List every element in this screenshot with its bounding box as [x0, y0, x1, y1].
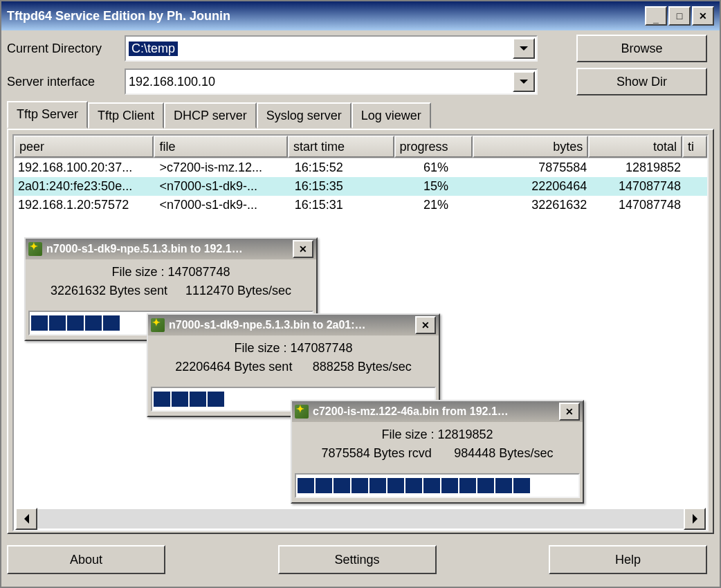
col-peer[interactable]: peer [14, 136, 154, 158]
tab-panel: peer file start time progress bytes tota… [7, 129, 714, 534]
chevron-down-icon[interactable] [513, 71, 535, 92]
settings-button[interactable]: Settings [278, 545, 437, 574]
transfer-title-text: c7200-is-mz.122-46a.bin from 192.1… [313, 405, 559, 418]
transfer-filesize: File size : 12819852 [299, 428, 576, 442]
show-dir-button[interactable]: Show Dir [576, 68, 707, 95]
progress-bar [295, 473, 580, 498]
transfer-rate-stat: 1112470 Bytes/sec [185, 284, 291, 298]
progress-block [85, 315, 102, 331]
transfer-bytes-stat: 22206464 Bytes sent [175, 360, 292, 374]
tab-dhcp-server[interactable]: DHCP server [164, 102, 257, 129]
progress-block [334, 478, 350, 493]
cell-progress: 61% [397, 159, 475, 176]
progress-block [67, 315, 84, 331]
cell-start: 16:15:52 [291, 159, 397, 176]
cell-total: 147087748 [591, 178, 685, 195]
progress-block [352, 478, 368, 493]
window-title: Tftpd64 Service Edition by Ph. Jounin [7, 9, 645, 24]
progress-block [190, 392, 206, 407]
cell-progress: 15% [397, 178, 475, 195]
progress-block [459, 478, 476, 493]
tab-tftp-server[interactable]: Tftp Server [7, 101, 88, 129]
cell-peer: 192.168.100.20:37... [14, 159, 155, 176]
progress-block [369, 478, 386, 493]
horizontal-scrollbar[interactable] [15, 509, 706, 529]
table-row[interactable]: 2a01:240:fe23:50e...<n7000-s1-dk9-...16:… [14, 177, 707, 196]
cell-total: 12819852 [591, 159, 685, 176]
server-interface-label: Server interface [7, 75, 125, 89]
col-progress[interactable]: progress [394, 136, 473, 158]
transfer-title-text: n7000-s1-dk9-npe.5.1.3.bin to 192.1… [46, 243, 293, 255]
transfer-titlebar[interactable]: n7000-s1-dk9-npe.5.1.3.bin to 192.1…✕ [26, 239, 316, 259]
col-start-time[interactable]: start time [288, 136, 394, 158]
cell-progress: 21% [397, 196, 475, 214]
progress-block [298, 478, 314, 493]
cell-start: 16:15:35 [291, 178, 397, 195]
progress-block [513, 478, 530, 493]
transfer-bytes-stat: 32261632 Bytes sent [51, 284, 167, 298]
progress-block [154, 392, 170, 407]
cell-ti [685, 178, 707, 195]
transfer-rate-stat: 984448 Bytes/sec [454, 446, 553, 461]
transfer-rate-stat: 888258 Bytes/sec [313, 360, 412, 374]
server-interface-value: 192.168.100.10 [129, 75, 215, 89]
cell-peer: 2a01:240:fe23:50e... [14, 178, 155, 195]
col-bytes[interactable]: bytes [473, 136, 588, 158]
listview-header: peer file start time progress bytes tota… [14, 136, 707, 158]
tab-log-viewer[interactable]: Log viewer [352, 102, 431, 129]
cell-file: >c7200-is-mz.12... [155, 159, 290, 176]
about-button[interactable]: About [7, 545, 165, 574]
progress-block [31, 315, 48, 331]
chevron-down-icon[interactable] [513, 38, 535, 59]
transfer-titlebar[interactable]: c7200-is-mz.122-46a.bin from 192.1…✕ [292, 401, 583, 422]
progress-block [316, 478, 332, 493]
current-directory-label: Current Directory [7, 42, 125, 56]
cell-peer: 192.168.1.20:57572 [14, 196, 155, 214]
progress-block [477, 478, 494, 493]
progress-block [103, 315, 120, 331]
transfer-title-text: n7000-s1-dk9-npe.5.1.3.bin to 2a01:… [169, 319, 415, 331]
progress-block [387, 478, 404, 493]
close-icon[interactable]: ✕ [293, 240, 313, 258]
transfer-window[interactable]: c7200-is-mz.122-46a.bin from 192.1…✕File… [291, 400, 584, 504]
progress-block [423, 478, 440, 493]
progress-block [208, 392, 224, 407]
tab-syslog-server[interactable]: Syslog server [257, 102, 352, 129]
maximize-button[interactable]: □ [668, 6, 691, 26]
help-button[interactable]: Help [549, 545, 707, 574]
minimize-button[interactable]: _ [645, 6, 667, 26]
cell-ti [685, 196, 707, 214]
titlebar[interactable]: Tftpd64 Service Edition by Ph. Jounin _ … [1, 1, 720, 30]
transfer-icon [151, 318, 165, 332]
tab-tftp-client[interactable]: Tftp Client [88, 102, 164, 129]
current-directory-combo[interactable]: C:\temp [125, 35, 538, 62]
table-row[interactable]: 192.168.1.20:57572<n7000-s1-dk9-...16:15… [14, 196, 707, 214]
transfer-bytes-stat: 7875584 Bytes rcvd [322, 446, 432, 461]
table-row[interactable]: 192.168.100.20:37...>c7200-is-mz.12...16… [14, 158, 707, 177]
col-file[interactable]: file [154, 136, 288, 158]
current-directory-value: C:\temp [129, 42, 178, 56]
transfer-filesize: File size : 147087748 [33, 265, 309, 279]
main-window: Tftpd64 Service Edition by Ph. Jounin _ … [0, 0, 721, 588]
col-ti[interactable]: ti [682, 136, 707, 158]
transfer-icon [295, 405, 309, 419]
close-icon[interactable]: ✕ [559, 403, 580, 421]
col-total[interactable]: total [588, 136, 682, 158]
close-icon[interactable]: ✕ [415, 316, 436, 334]
server-interface-combo[interactable]: 192.168.100.10 [125, 68, 538, 95]
browse-button[interactable]: Browse [576, 35, 707, 62]
progress-block [49, 315, 66, 331]
cell-bytes: 22206464 [475, 178, 592, 195]
cell-total: 147087748 [591, 196, 685, 214]
transfer-icon [28, 242, 42, 256]
scroll-left-button[interactable] [15, 508, 37, 530]
progress-block [172, 392, 188, 407]
cell-start: 16:15:31 [291, 196, 397, 214]
scroll-right-button[interactable] [684, 508, 706, 530]
cell-file: <n7000-s1-dk9-... [155, 196, 290, 214]
tab-strip: Tftp Server Tftp Client DHCP server Sysl… [7, 101, 714, 129]
close-button[interactable]: ✕ [692, 6, 714, 26]
progress-block [405, 478, 422, 493]
progress-block [441, 478, 458, 493]
transfer-titlebar[interactable]: n7000-s1-dk9-npe.5.1.3.bin to 2a01:…✕ [148, 315, 439, 336]
